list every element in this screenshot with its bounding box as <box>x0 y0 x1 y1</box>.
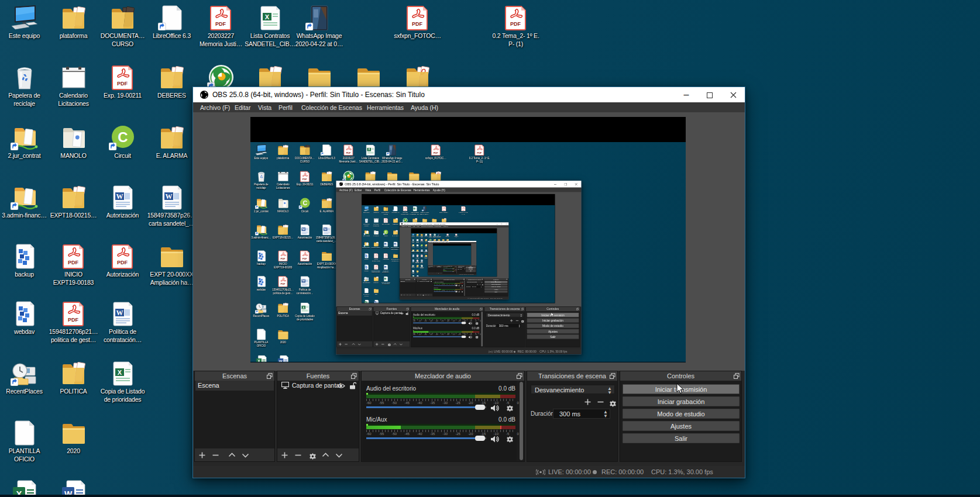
svg-text:PDF: PDF <box>412 21 423 27</box>
svg-text:PDF: PDF <box>68 317 79 323</box>
svg-text:W: W <box>302 227 305 230</box>
svg-text:PDF: PDF <box>346 151 351 154</box>
svg-text:PDF: PDF <box>215 21 226 27</box>
svg-text:PDF: PDF <box>302 177 308 180</box>
svg-text:PDF: PDF <box>477 151 482 154</box>
svg-text:C: C <box>118 129 128 145</box>
svg-text:X: X <box>264 13 269 20</box>
svg-text:W: W <box>302 279 305 282</box>
svg-text:X: X <box>117 369 122 376</box>
svg-text:C: C <box>302 199 307 206</box>
svg-text:PDF: PDF <box>68 260 79 265</box>
svg-text:PDF: PDF <box>280 257 286 260</box>
svg-text:PDF: PDF <box>510 21 521 27</box>
svg-text:W: W <box>116 192 123 201</box>
svg-text:PDF: PDF <box>117 81 128 87</box>
svg-text:PDF: PDF <box>302 257 308 260</box>
svg-text:W: W <box>116 309 123 317</box>
svg-text:C: C <box>385 230 387 233</box>
svg-text:PDF: PDF <box>280 282 286 285</box>
svg-text:PDF: PDF <box>433 151 438 154</box>
svg-text:W: W <box>324 227 327 230</box>
svg-text:W: W <box>165 192 172 201</box>
svg-text:PDF: PDF <box>117 260 128 265</box>
